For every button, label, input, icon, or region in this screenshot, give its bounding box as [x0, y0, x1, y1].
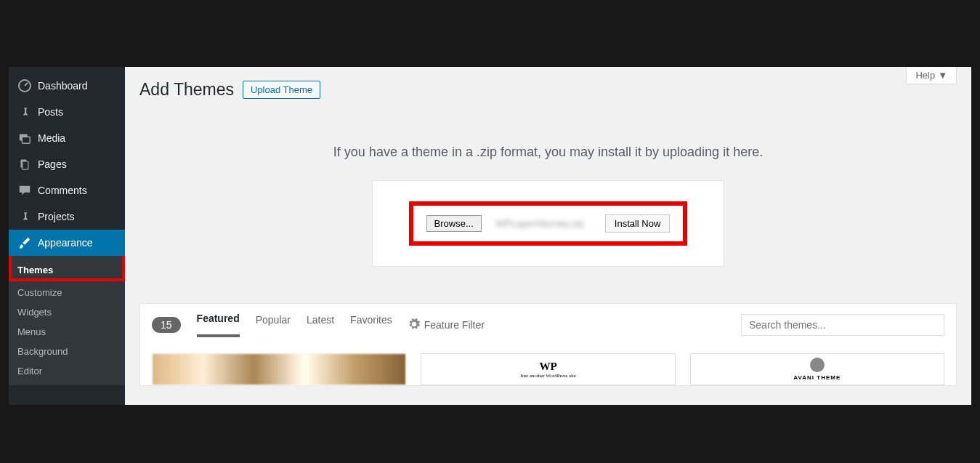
filter-bar: 15 Featured Popular Latest Favorites Fea…: [152, 313, 944, 337]
sidebar-item-posts[interactable]: Posts: [9, 99, 125, 125]
sidebar-item-media[interactable]: Media: [9, 125, 125, 151]
sidebar-item-projects[interactable]: Projects: [9, 204, 125, 230]
theme-card[interactable]: AVANI THEME: [690, 353, 944, 385]
submenu-item-background[interactable]: Background: [9, 342, 125, 361]
sidebar-item-pages[interactable]: Pages: [9, 151, 125, 177]
theme-tagline: Just another WordPress site: [520, 373, 576, 379]
brush-icon: [17, 235, 32, 250]
sidebar-item-label: Media: [38, 132, 65, 144]
sidebar-item-label: Appearance: [38, 237, 93, 249]
upload-highlight: Browse... WPLayerAttorney.zip Install No…: [409, 201, 688, 246]
chevron-down-icon: ▼: [938, 70, 947, 81]
appearance-submenu: Themes: [9, 256, 125, 281]
pages-icon: [17, 157, 32, 172]
theme-grid: WP Just another WordPress site AVANI THE…: [152, 353, 944, 385]
media-icon: [17, 131, 32, 145]
theme-logo: WP: [539, 361, 556, 373]
dashboard-icon: [17, 78, 32, 93]
appearance-submenu-rest: Customize Widgets Menus Background Edito…: [9, 281, 125, 385]
submenu-item-menus[interactable]: Menus: [9, 322, 125, 342]
pin-icon: [17, 105, 32, 119]
avatar-icon: [810, 358, 825, 372]
pin-icon: [17, 209, 32, 224]
sidebar-item-appearance[interactable]: Appearance: [9, 230, 125, 256]
submenu-item-themes[interactable]: Themes: [9, 260, 125, 280]
selected-filename: WPLayerAttorney.zip: [489, 218, 591, 229]
feature-filter-label: Feature Filter: [424, 319, 485, 331]
page-header: Add Themes Upload Theme: [139, 67, 957, 116]
search-themes-input[interactable]: [741, 314, 944, 336]
main-content: Help ▼ Add Themes Upload Theme If you ha…: [125, 67, 971, 405]
submenu-item-customize[interactable]: Customize: [9, 283, 125, 302]
page-title: Add Themes: [139, 80, 234, 100]
comments-icon: [17, 183, 32, 198]
upload-description: If you have a theme in a .zip format, yo…: [139, 145, 957, 160]
sidebar-item-label: Projects: [38, 211, 75, 222]
sidebar-item-label: Dashboard: [38, 80, 88, 92]
wp-admin-wrapper: Dashboard Posts Media Pages: [9, 67, 971, 405]
submenu-item-editor[interactable]: Editor: [9, 361, 125, 381]
svg-rect-4: [23, 161, 28, 169]
filter-tab-popular[interactable]: Popular: [256, 314, 291, 336]
admin-sidebar: Dashboard Posts Media Pages: [9, 67, 125, 405]
theme-browser: 15 Featured Popular Latest Favorites Fea…: [139, 303, 957, 386]
filter-tab-favorites[interactable]: Favorites: [350, 314, 392, 336]
theme-card[interactable]: [152, 353, 406, 385]
theme-count-badge: 15: [152, 317, 181, 333]
upload-panel: If you have a theme in a .zip format, yo…: [139, 116, 957, 303]
help-tab[interactable]: Help ▼: [906, 67, 957, 84]
gear-icon: [408, 318, 420, 332]
help-label: Help: [915, 70, 935, 81]
browse-button[interactable]: Browse...: [426, 215, 482, 232]
sidebar-item-comments[interactable]: Comments: [9, 177, 125, 204]
install-now-button[interactable]: Install Now: [605, 214, 671, 233]
svg-rect-2: [22, 137, 30, 143]
upload-theme-button[interactable]: Upload Theme: [243, 81, 320, 99]
sidebar-item-dashboard[interactable]: Dashboard: [9, 73, 125, 99]
filter-tab-featured[interactable]: Featured: [197, 313, 240, 337]
sidebar-item-label: Comments: [38, 185, 87, 196]
feature-filter-button[interactable]: Feature Filter: [408, 318, 485, 332]
theme-name: AVANI THEME: [793, 374, 841, 381]
filter-tab-latest[interactable]: Latest: [307, 314, 334, 336]
sidebar-item-label: Posts: [38, 106, 63, 118]
submenu-item-widgets[interactable]: Widgets: [9, 302, 125, 322]
highlight-appearance-section: Appearance Themes: [9, 230, 125, 281]
sidebar-item-label: Pages: [38, 158, 67, 170]
theme-card[interactable]: WP Just another WordPress site: [421, 353, 675, 385]
upload-box: Browse... WPLayerAttorney.zip Install No…: [372, 180, 725, 267]
